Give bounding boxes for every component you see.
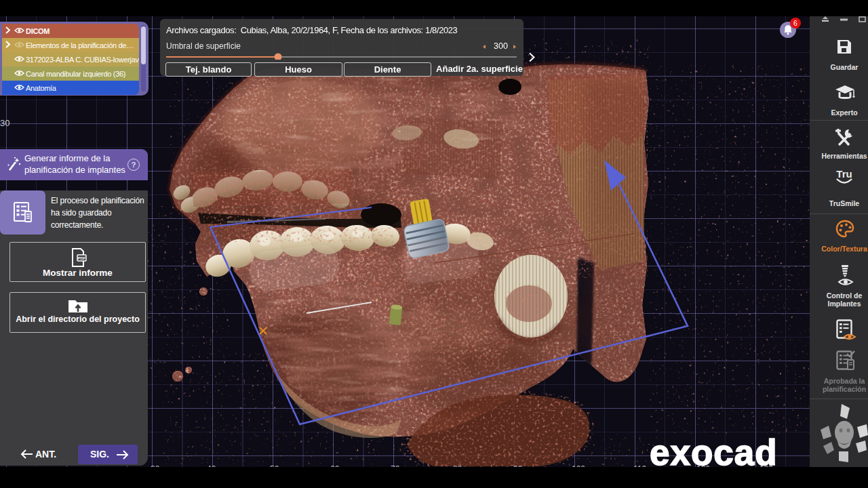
svg-text:Tru: Tru <box>836 168 852 180</box>
svg-text:PDF: PDF <box>77 256 85 260</box>
